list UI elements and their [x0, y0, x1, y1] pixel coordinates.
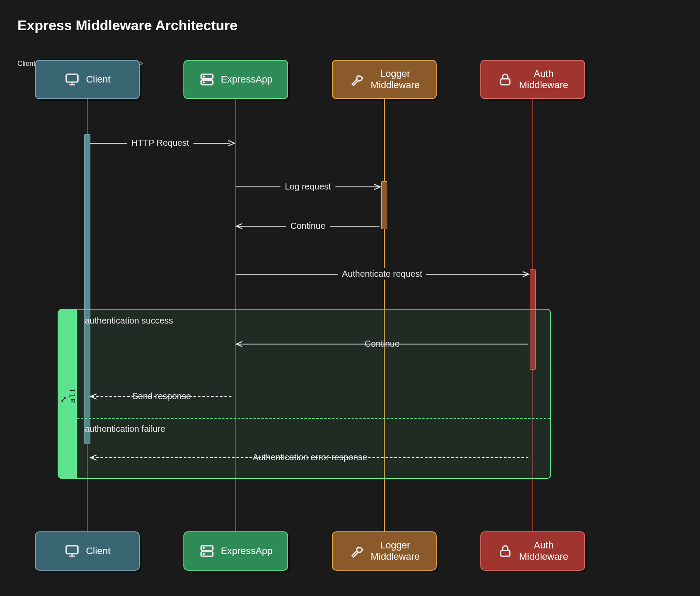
- lock-icon: [497, 543, 513, 559]
- participant-client-bottom: Client: [35, 531, 140, 571]
- arrowhead-icon: [373, 183, 382, 191]
- diagram-title: Express Middleware Architecture: [17, 17, 683, 34]
- participant-label: Client: [86, 545, 110, 557]
- server-icon: [199, 543, 215, 559]
- svg-point-14: [203, 554, 204, 555]
- participant-label: Client: [86, 74, 110, 85]
- message-label: Send response: [128, 390, 196, 402]
- svg-point-5: [203, 76, 204, 77]
- participant-label: Auth Middleware: [519, 540, 569, 563]
- participant-logger-top: Logger Middleware: [332, 60, 437, 99]
- wrench-icon: [349, 72, 365, 87]
- svg-rect-0: [66, 74, 78, 82]
- svg-rect-8: [66, 546, 78, 554]
- message-label: Authenticate request: [338, 268, 426, 280]
- arrowhead-icon: [228, 139, 236, 148]
- participant-client-top: Client: [35, 60, 140, 99]
- alt-keyword-tab: ⤢alt: [59, 310, 77, 478]
- arrowhead-icon: [234, 340, 243, 348]
- activation-logger: [381, 181, 387, 229]
- participant-label: Logger Middleware: [371, 68, 420, 91]
- svg-rect-15: [500, 551, 510, 557]
- alt-keyword: alt: [68, 387, 77, 403]
- monitor-icon: [64, 72, 80, 87]
- participant-label: Logger Middleware: [371, 540, 420, 563]
- arrowhead-icon: [89, 392, 97, 401]
- participant-label: ExpressApp: [221, 74, 273, 85]
- message-label: Authentication error response: [248, 451, 372, 463]
- arrowhead-icon: [234, 222, 243, 231]
- alt-divider: [77, 418, 550, 419]
- svg-point-6: [203, 82, 204, 83]
- participant-express-top: ExpressApp: [183, 60, 288, 99]
- participant-auth-bottom: Auth Middleware: [480, 531, 585, 571]
- arrowhead-icon: [89, 453, 97, 462]
- participant-auth-top: Auth Middleware: [480, 60, 585, 99]
- message-label: Continue: [360, 338, 404, 350]
- participant-logger-bottom: Logger Middleware: [332, 531, 437, 571]
- participant-label: Auth Middleware: [519, 68, 569, 91]
- wrench-icon: [349, 543, 365, 559]
- server-icon: [199, 72, 215, 87]
- participant-express-bottom: ExpressApp: [183, 531, 288, 571]
- sequence-diagram: Client ExpressApp Logger Middleware Auth…: [17, 60, 683, 584]
- message-label: HTTP Request: [127, 137, 193, 149]
- branch-icon: ⤢: [60, 395, 67, 404]
- message-label: Continue: [286, 220, 330, 232]
- monitor-icon: [64, 543, 80, 559]
- arrowhead-icon: [522, 270, 531, 279]
- alt-condition-success: authentication success: [85, 316, 173, 326]
- message-label: Log request: [280, 181, 335, 193]
- svg-rect-7: [500, 79, 510, 85]
- participant-label: ExpressApp: [221, 545, 273, 557]
- lock-icon: [497, 72, 513, 87]
- alt-condition-failure: authentication failure: [85, 424, 166, 434]
- svg-point-13: [203, 548, 204, 548]
